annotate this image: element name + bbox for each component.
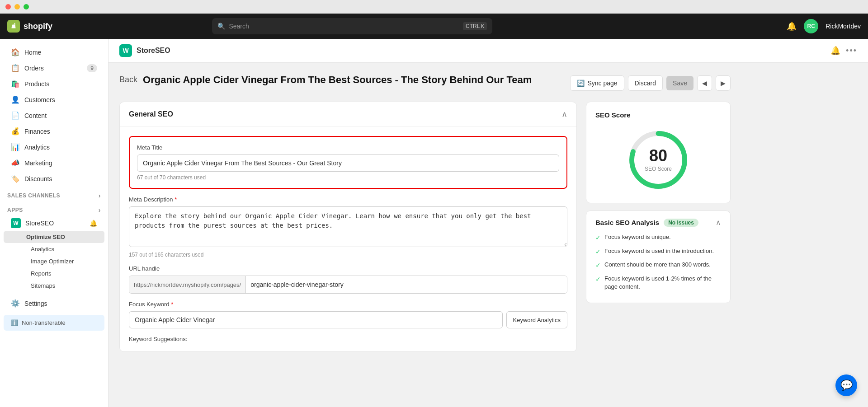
apps-chevron[interactable]: › bbox=[99, 206, 101, 214]
general-seo-card: General SEO ∧ Meta Title 67 out of 70 ch… bbox=[119, 102, 577, 352]
discard-button[interactable]: Discard bbox=[628, 75, 663, 91]
sync-page-button[interactable]: 🔄 Sync page bbox=[570, 75, 624, 91]
focus-keyword-input[interactable] bbox=[129, 311, 503, 328]
analysis-item-4: ✓ Focus keyword is used 1-2% times of th… bbox=[595, 275, 721, 291]
search-shortcut: CTRL K bbox=[463, 22, 487, 30]
focus-keyword-row: Keyword Analytics bbox=[129, 311, 567, 328]
url-prefix: https://rickmortdev.myshopify.com/pages/ bbox=[129, 276, 246, 293]
orders-icon: 📋 bbox=[11, 64, 20, 72]
marketing-icon: 📣 bbox=[11, 159, 20, 167]
save-button[interactable]: Save bbox=[666, 76, 693, 90]
analysis-collapse-icon[interactable]: ∧ bbox=[716, 218, 721, 227]
optimize-seo-label: Optimize SEO bbox=[26, 234, 65, 240]
no-issues-badge: No Issues bbox=[664, 219, 698, 227]
content-icon: 📄 bbox=[11, 111, 20, 120]
analysis-items: ✓ Focus keyword is unique. ✓ Focus keywo… bbox=[595, 233, 721, 291]
info-icon: ℹ️ bbox=[11, 319, 18, 326]
general-seo-header: General SEO ∧ bbox=[120, 102, 576, 127]
sidebar-item-image-optimizer[interactable]: Image Optimizer bbox=[4, 255, 104, 267]
layout: 🏠 Home 📋 Orders 9 🛍️ Products 👤 Customer… bbox=[0, 39, 868, 407]
seo-score-number: 80 bbox=[645, 148, 672, 164]
two-col-layout: General SEO ∧ Meta Title 67 out of 70 ch… bbox=[119, 102, 731, 359]
analytics-icon: 📊 bbox=[11, 143, 20, 151]
sidebar-item-analytics[interactable]: 📊 Analytics bbox=[4, 139, 104, 155]
store-seo-bell-icon[interactable]: 🔔 bbox=[90, 220, 97, 227]
sidebar-item-sitemaps[interactable]: Sitemaps bbox=[4, 280, 104, 292]
check-icon-2: ✓ bbox=[595, 248, 601, 257]
next-button[interactable]: ▶ bbox=[716, 75, 731, 91]
fullscreen-button[interactable] bbox=[24, 4, 29, 9]
app-header-right: 🔔 ••• bbox=[830, 46, 857, 56]
home-icon: 🏠 bbox=[11, 48, 20, 56]
sidebar-item-optimize-seo[interactable]: Optimize SEO bbox=[4, 231, 104, 243]
back-button[interactable]: Back bbox=[119, 75, 137, 84]
sidebar-label-customers: Customers bbox=[24, 96, 55, 103]
shopify-text: shopify bbox=[24, 22, 52, 31]
keyword-suggestions-label: Keyword Suggestions: bbox=[129, 336, 567, 342]
sidebar-item-products[interactable]: 🛍️ Products bbox=[4, 76, 104, 92]
keyword-analytics-button[interactable]: Keyword Analytics bbox=[506, 311, 568, 328]
store-seo-icon: W bbox=[11, 218, 21, 228]
analysis-item-text-4: Focus keyword is used 1-2% times of the … bbox=[604, 275, 721, 291]
search-bar[interactable]: 🔍 Search CTRL K bbox=[212, 18, 492, 34]
minimize-button[interactable] bbox=[14, 4, 20, 9]
seo-analysis-title-row: Basic SEO Analysis No Issues bbox=[595, 219, 698, 227]
seo-score-label: SEO Score bbox=[645, 166, 672, 172]
meta-title-label: Meta Title bbox=[137, 144, 559, 151]
sidebar-item-discounts[interactable]: 🏷️ Discounts bbox=[4, 171, 104, 187]
meta-title-input[interactable] bbox=[137, 154, 559, 172]
meta-desc-input[interactable]: Explore the story behind our Organic App… bbox=[129, 206, 567, 247]
window-chrome bbox=[0, 0, 868, 14]
sidebar-item-finances[interactable]: 💰 Finances bbox=[4, 123, 104, 139]
sidebar-item-analytics-sub[interactable]: Analytics bbox=[4, 243, 104, 255]
sidebar-item-store-seo[interactable]: W StoreSEO 🔔 bbox=[4, 215, 104, 231]
app-header-title: StoreSEO bbox=[137, 47, 170, 55]
sidebar-item-customers[interactable]: 👤 Customers bbox=[4, 92, 104, 108]
seo-analysis-title: Basic SEO Analysis bbox=[595, 219, 659, 226]
meta-desc-label: Meta Description * bbox=[129, 196, 567, 203]
sidebar-item-reports-sub[interactable]: Reports bbox=[4, 267, 104, 280]
reports-sub-label: Reports bbox=[31, 270, 52, 277]
app-header-bar: W StoreSEO 🔔 ••• bbox=[108, 39, 868, 63]
notification-bell-icon[interactable]: 🔔 bbox=[787, 21, 797, 31]
sidebar-label-orders: Orders bbox=[24, 65, 44, 72]
app-header-more-icon[interactable]: ••• bbox=[846, 46, 857, 56]
sidebar-item-content[interactable]: 📄 Content bbox=[4, 108, 104, 123]
sidebar-label-finances: Finances bbox=[24, 128, 50, 135]
meta-desc-group: Meta Description * Explore the story beh… bbox=[129, 196, 567, 258]
prev-button[interactable]: ◀ bbox=[697, 75, 712, 91]
user-name: RickMortdev bbox=[826, 23, 861, 30]
finances-icon: 💰 bbox=[11, 127, 20, 136]
url-handle-group: URL handle https://rickmortdev.myshopify… bbox=[129, 265, 567, 294]
page-actions: 🔄 Sync page Discard Save ◀ ▶ bbox=[570, 75, 731, 91]
customers-icon: 👤 bbox=[11, 95, 20, 104]
sidebar-item-orders[interactable]: 📋 Orders 9 bbox=[4, 60, 104, 76]
chat-bubble[interactable]: 💬 bbox=[835, 374, 857, 396]
settings-icon: ⚙️ bbox=[11, 299, 20, 308]
sales-channels-chevron[interactable]: › bbox=[99, 192, 101, 199]
close-button[interactable] bbox=[5, 4, 11, 9]
analysis-item-text-1: Focus keyword is unique. bbox=[604, 233, 671, 241]
topbar: shopify 🔍 Search CTRL K 🔔 RC RickMortdev bbox=[0, 14, 868, 39]
focus-keyword-label: Focus Keyword * bbox=[129, 301, 567, 308]
app-header-left: W StoreSEO bbox=[119, 44, 170, 57]
general-seo-title: General SEO bbox=[129, 110, 173, 118]
meta-title-char-count: 67 out of 70 characters used bbox=[137, 174, 559, 181]
collapse-icon[interactable]: ∧ bbox=[561, 109, 567, 119]
apps-section: Apps › bbox=[0, 201, 108, 215]
sidebar-item-home[interactable]: 🏠 Home bbox=[4, 44, 104, 60]
basic-seo-analysis-card: Basic SEO Analysis No Issues ∧ ✓ Focus k… bbox=[586, 211, 731, 303]
analysis-item-text-2: Focus keyword is used in the introductio… bbox=[604, 247, 714, 255]
sidebar-item-settings[interactable]: ⚙️ Settings bbox=[4, 295, 104, 311]
user-avatar[interactable]: RC bbox=[804, 19, 818, 33]
chat-icon: 💬 bbox=[840, 379, 853, 391]
shopify-logo[interactable]: shopify bbox=[7, 20, 61, 33]
page-title-row: Back Organic Apple Cider Vinegar From Th… bbox=[119, 74, 731, 91]
app-header-bell-icon[interactable]: 🔔 bbox=[830, 46, 840, 56]
sidebar-label-discounts: Discounts bbox=[24, 175, 52, 182]
sitemaps-label: Sitemaps bbox=[31, 282, 55, 289]
orders-badge: 9 bbox=[87, 64, 97, 72]
sidebar-item-marketing[interactable]: 📣 Marketing bbox=[4, 155, 104, 171]
shopify-bag-icon bbox=[7, 20, 20, 33]
url-suffix-input[interactable] bbox=[246, 276, 567, 293]
